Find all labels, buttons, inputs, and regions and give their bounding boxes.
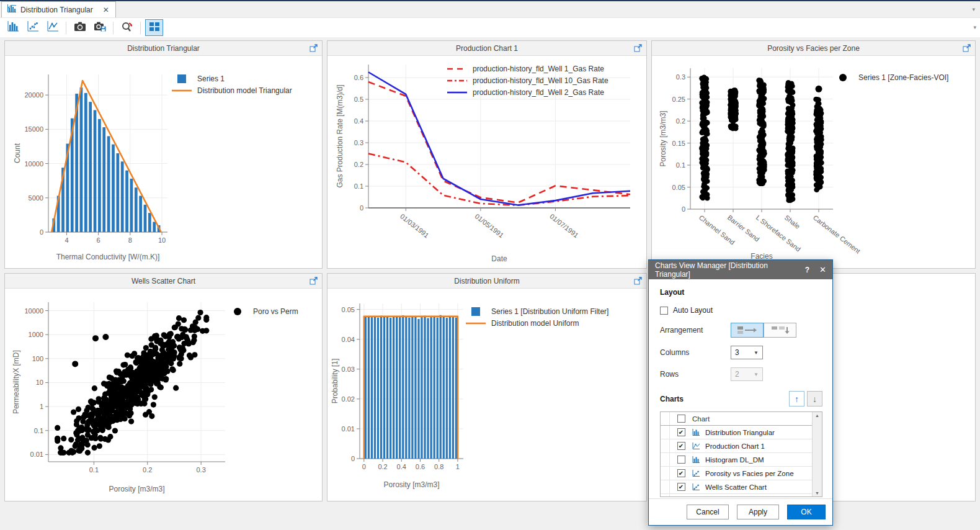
tab-strip: Distribution Triangular ✕ ▾ (0, 1, 980, 18)
panel-header[interactable]: Distribution Uniform (327, 274, 646, 289)
new-scatter-chart-button[interactable] (24, 19, 42, 36)
svg-text:0.04: 0.04 (342, 336, 355, 343)
chart-list-scrollbar[interactable]: ▲ ▼ (812, 412, 822, 496)
columns-dropdown[interactable]: 3▼ (731, 346, 763, 359)
svg-text:0.8: 0.8 (434, 463, 443, 470)
panel-title: Distribution Triangular (127, 44, 200, 53)
svg-text:0.6: 0.6 (416, 463, 425, 470)
tab-close-icon[interactable]: ✕ (103, 6, 109, 14)
chart-list-header: Chart (661, 412, 812, 426)
svg-text:0.25: 0.25 (672, 96, 685, 103)
svg-text:10000: 10000 (24, 307, 43, 315)
svg-text:Porosity [m3/m3]: Porosity [m3/m3] (109, 485, 164, 493)
new-line-chart-button[interactable] (43, 19, 61, 36)
layout-heading: Layout (660, 288, 822, 297)
svg-text:Date: Date (491, 254, 507, 263)
histogram-chart-icon (7, 21, 19, 35)
svg-text:0.01: 0.01 (342, 425, 355, 433)
arrow-down-icon: ↓ (813, 394, 817, 404)
chart-list-row[interactable]: Histogram DL_DM (661, 453, 812, 467)
svg-text:1: 1 (456, 463, 460, 470)
snapshot-icon (74, 21, 86, 34)
chart-canvas-distribution-uniform[interactable]: 00.010.020.030.040.0500.20.40.60.81Poros… (327, 289, 646, 501)
tab-overflow-chevron-icon[interactable]: ▾ (972, 6, 975, 12)
scatter-chart-icon (692, 470, 702, 477)
arrangement-horizontal-button[interactable] (731, 323, 764, 338)
panel-header[interactable]: Distribution Triangular (5, 41, 322, 56)
svg-text:0.03: 0.03 (342, 366, 355, 373)
ok-button[interactable]: OK (787, 505, 826, 519)
cancel-button[interactable]: Cancel (687, 505, 729, 519)
chart-visible-checkbox[interactable]: ✔ (677, 428, 685, 436)
popout-icon[interactable] (310, 44, 318, 52)
panel-header[interactable]: Porosity vs Facies per Zone (652, 41, 975, 56)
svg-text:10000: 10000 (24, 160, 43, 168)
chart-canvas-wells-scatter[interactable]: 0.010.11101001000100000.10.20.3Porosity … (5, 289, 322, 501)
popout-icon[interactable] (634, 44, 643, 52)
hist-chart-icon (692, 429, 702, 436)
tab-distribution-triangular[interactable]: Distribution Triangular ✕ (1, 1, 116, 17)
chart-canvas-distribution-triangular[interactable]: 0500010000150002000046810Thermal Conduct… (5, 56, 322, 268)
popout-icon[interactable] (963, 44, 971, 52)
svg-text:01/03/1991: 01/03/1991 (399, 212, 430, 239)
chart-visible-checkbox[interactable]: ✔ (677, 483, 685, 491)
chart-list-row[interactable]: ✔Production Chart 1 (661, 439, 812, 453)
svg-text:0: 0 (351, 455, 355, 462)
panel-header[interactable]: Wells Scatter Chart (5, 274, 322, 289)
scroll-up-icon[interactable]: ▲ (815, 413, 819, 418)
chart-list-row[interactable]: ✔Distribution Uniform (661, 494, 812, 496)
dialog-footer: Cancel Apply OK (649, 498, 832, 525)
svg-text:0.6: 0.6 (354, 74, 363, 81)
toolbar-separator (140, 22, 141, 34)
svg-text:Distribution model Triangular: Distribution model Triangular (197, 86, 292, 95)
zoom-reset-button[interactable] (118, 19, 136, 36)
help-button[interactable]: ? (805, 266, 809, 274)
charts-view-manager-button[interactable] (145, 19, 163, 36)
svg-text:Series 1 [Distribution Uniform: Series 1 [Distribution Uniform Filter] (491, 307, 608, 316)
select-all-checkbox[interactable] (677, 415, 685, 423)
popout-icon[interactable] (310, 277, 318, 285)
svg-text:0.15: 0.15 (672, 140, 685, 147)
chart-canvas-porosity-vs-facies[interactable]: 00.050.10.150.20.250.3Channel SandBarrie… (652, 56, 975, 268)
dialog-titlebar[interactable]: Charts View Manager [Distribution Triang… (649, 260, 832, 279)
chart-svg: 00.050.10.150.20.250.3Channel SandBarrie… (652, 56, 975, 268)
chart-canvas-production-chart-1[interactable]: 00.10.20.30.40.50.601/03/199101/05/19910… (327, 56, 646, 268)
arrangement-label: Arrangement (660, 326, 731, 335)
move-chart-down-button[interactable]: ↓ (807, 391, 822, 406)
toolbar-overflow-chevron-icon[interactable]: ▾ (973, 24, 976, 30)
chart-list-row[interactable]: ✔Distribution Triangular (661, 426, 812, 439)
popout-icon[interactable] (634, 277, 643, 285)
auto-layout-checkbox[interactable] (660, 307, 668, 315)
svg-text:1000: 1000 (29, 331, 43, 338)
snapshot-button[interactable] (71, 19, 89, 36)
arrangement-vertical-button[interactable] (764, 323, 796, 338)
charts-heading: Charts (660, 395, 789, 403)
chart-visible-checkbox[interactable]: ✔ (677, 442, 685, 450)
svg-text:0: 0 (682, 205, 685, 213)
svg-text:Distribution model Uniform: Distribution model Uniform (491, 319, 579, 328)
snapshot-save-button[interactable] (91, 19, 109, 36)
chart-svg: 00.10.20.30.40.50.601/03/199101/05/19910… (327, 56, 646, 268)
chart-visible-checkbox[interactable] (677, 456, 685, 464)
chart-list-row[interactable]: ✔Porosity vs Facies per Zone (661, 467, 812, 480)
chart-list-label: Distribution Triangular (705, 429, 812, 436)
svg-text:production-history_fld_Well 2_: production-history_fld_Well 2_Gas Rate (473, 88, 604, 97)
panel-header[interactable]: Production Chart 1 (327, 41, 646, 56)
apply-button[interactable]: Apply (737, 505, 779, 519)
move-chart-up-button[interactable]: ↑ (789, 391, 804, 406)
chart-list-label: Wells Scatter Chart (705, 483, 812, 491)
new-histogram-button[interactable] (4, 19, 22, 36)
svg-text:100: 100 (32, 355, 43, 362)
zoom-reset-icon (121, 21, 133, 35)
svg-text:0.1: 0.1 (354, 182, 363, 190)
svg-text:0.4: 0.4 (397, 463, 406, 470)
svg-text:0.3: 0.3 (676, 73, 685, 81)
scroll-down-icon[interactable]: ▼ (815, 491, 819, 495)
panel-distribution-triangular: Distribution Triangular 0500010000150002… (4, 40, 323, 269)
chart-list-row[interactable]: ✔Wells Scatter Chart (661, 480, 812, 494)
svg-text:6: 6 (97, 236, 100, 244)
close-button[interactable]: ✕ (819, 265, 826, 274)
chart-visible-checkbox[interactable]: ✔ (677, 469, 685, 477)
scatter-chart-icon (27, 21, 39, 35)
arrow-up-icon: ↑ (795, 394, 799, 404)
